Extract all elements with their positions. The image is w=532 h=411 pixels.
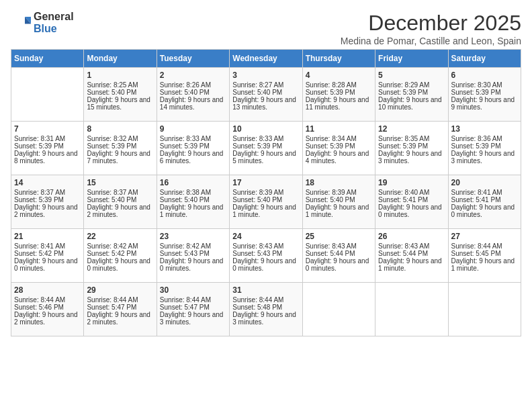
daylight-text: Daylight: 9 hours and 2 minutes.	[14, 203, 81, 218]
daylight-text: Daylight: 9 hours and 3 minutes.	[160, 311, 226, 326]
calendar-cell: 13Sunrise: 8:36 AMSunset: 5:39 PMDayligh…	[448, 122, 521, 175]
sunset-text: Sunset: 5:39 PM	[451, 142, 518, 150]
calendar-cell: 2Sunrise: 8:26 AMSunset: 5:40 PMDaylight…	[157, 68, 229, 122]
daylight-text: Daylight: 9 hours and 1 minute.	[232, 203, 299, 218]
sunset-text: Sunset: 5:39 PM	[14, 196, 81, 203]
daylight-text: Daylight: 9 hours and 10 minutes.	[378, 96, 445, 111]
sunset-text: Sunset: 5:40 PM	[232, 196, 299, 203]
daylight-text: Daylight: 9 hours and 1 minute.	[160, 203, 226, 218]
calendar-cell: 23Sunrise: 8:42 AMSunset: 5:43 PMDayligh…	[157, 229, 229, 283]
day-number: 24	[232, 232, 299, 241]
calendar-week-row: 1Sunrise: 8:25 AMSunset: 5:40 PMDaylight…	[11, 68, 521, 122]
sunrise-text: Sunrise: 8:33 AM	[160, 135, 226, 142]
daylight-text: Daylight: 9 hours and 3 minutes.	[232, 311, 299, 326]
calendar-cell: 28Sunrise: 8:44 AMSunset: 5:46 PMDayligh…	[11, 283, 84, 336]
calendar-cell	[448, 283, 521, 336]
page-header: General Blue December 2025 Medina de Pom…	[11, 11, 521, 46]
sunset-text: Sunset: 5:40 PM	[87, 196, 153, 203]
calendar-cell: 21Sunrise: 8:41 AMSunset: 5:42 PMDayligh…	[11, 229, 84, 283]
daylight-text: Daylight: 9 hours and 1 minute.	[378, 257, 445, 272]
calendar-cell: 1Sunrise: 8:25 AMSunset: 5:40 PMDaylight…	[84, 68, 157, 122]
day-number: 12	[378, 124, 445, 134]
calendar-cell: 11Sunrise: 8:34 AMSunset: 5:39 PMDayligh…	[302, 122, 375, 175]
day-number: 27	[451, 232, 518, 241]
logo: General Blue	[11, 11, 74, 34]
calendar-cell: 31Sunrise: 8:44 AMSunset: 5:48 PMDayligh…	[230, 283, 302, 336]
daylight-text: Daylight: 9 hours and 2 minutes.	[14, 311, 81, 326]
calendar-cell: 30Sunrise: 8:44 AMSunset: 5:47 PMDayligh…	[157, 283, 229, 336]
day-number: 31	[232, 285, 299, 295]
calendar-cell	[302, 283, 375, 336]
daylight-text: Daylight: 9 hours and 13 minutes.	[232, 96, 299, 111]
calendar-cell: 16Sunrise: 8:38 AMSunset: 5:40 PMDayligh…	[157, 175, 229, 229]
calendar-cell: 14Sunrise: 8:37 AMSunset: 5:39 PMDayligh…	[11, 175, 84, 229]
sunrise-text: Sunrise: 8:36 AM	[451, 135, 518, 142]
day-number: 17	[232, 178, 299, 187]
month-title: December 2025	[341, 11, 521, 36]
sunset-text: Sunset: 5:39 PM	[378, 89, 445, 96]
daylight-text: Daylight: 9 hours and 0 minutes.	[451, 203, 518, 218]
calendar-week-row: 21Sunrise: 8:41 AMSunset: 5:42 PMDayligh…	[11, 229, 521, 283]
daylight-text: Daylight: 9 hours and 4 minutes.	[306, 150, 372, 165]
calendar-cell: 12Sunrise: 8:35 AMSunset: 5:39 PMDayligh…	[375, 122, 448, 175]
day-number: 11	[306, 124, 372, 134]
sunrise-text: Sunrise: 8:37 AM	[14, 189, 81, 196]
calendar-week-row: 14Sunrise: 8:37 AMSunset: 5:39 PMDayligh…	[11, 175, 521, 229]
weekday-header-friday: Friday	[375, 50, 448, 68]
sunrise-text: Sunrise: 8:30 AM	[451, 81, 518, 89]
day-number: 29	[87, 285, 153, 295]
day-number: 21	[14, 232, 81, 241]
sunrise-text: Sunrise: 8:37 AM	[87, 189, 153, 196]
sunrise-text: Sunrise: 8:44 AM	[451, 242, 518, 250]
daylight-text: Daylight: 9 hours and 2 minutes.	[87, 203, 153, 218]
daylight-text: Daylight: 9 hours and 0 minutes.	[232, 257, 299, 272]
calendar-cell: 24Sunrise: 8:43 AMSunset: 5:43 PMDayligh…	[230, 229, 302, 283]
sunset-text: Sunset: 5:41 PM	[378, 196, 445, 203]
sunrise-text: Sunrise: 8:44 AM	[232, 296, 299, 304]
sunrise-text: Sunrise: 8:39 AM	[306, 189, 372, 196]
day-number: 20	[451, 178, 518, 187]
calendar-cell: 6Sunrise: 8:30 AMSunset: 5:39 PMDaylight…	[448, 68, 521, 122]
weekday-header-sunday: Sunday	[11, 50, 84, 68]
sunrise-text: Sunrise: 8:44 AM	[160, 296, 226, 304]
day-number: 5	[378, 71, 445, 80]
weekday-header-thursday: Thursday	[302, 50, 375, 68]
calendar-week-row: 7Sunrise: 8:31 AMSunset: 5:39 PMDaylight…	[11, 122, 521, 175]
sunset-text: Sunset: 5:43 PM	[232, 250, 299, 257]
calendar-cell: 8Sunrise: 8:32 AMSunset: 5:39 PMDaylight…	[84, 122, 157, 175]
sunrise-text: Sunrise: 8:40 AM	[378, 189, 445, 196]
weekday-header-row: SundayMondayTuesdayWednesdayThursdayFrid…	[11, 50, 521, 68]
sunset-text: Sunset: 5:47 PM	[160, 304, 226, 311]
logo-general-text: General	[34, 11, 74, 23]
calendar-cell: 19Sunrise: 8:40 AMSunset: 5:41 PMDayligh…	[375, 175, 448, 229]
calendar-cell: 9Sunrise: 8:33 AMSunset: 5:39 PMDaylight…	[157, 122, 229, 175]
day-number: 25	[306, 232, 372, 241]
daylight-text: Daylight: 9 hours and 14 minutes.	[160, 96, 226, 111]
day-number: 10	[232, 124, 299, 134]
day-number: 28	[14, 285, 81, 295]
sunset-text: Sunset: 5:40 PM	[160, 196, 226, 203]
sunrise-text: Sunrise: 8:42 AM	[160, 242, 226, 250]
day-number: 19	[378, 178, 445, 187]
day-number: 14	[14, 178, 81, 187]
calendar-cell	[11, 68, 84, 122]
weekday-header-monday: Monday	[84, 50, 157, 68]
calendar-cell: 26Sunrise: 8:43 AMSunset: 5:44 PMDayligh…	[375, 229, 448, 283]
sunset-text: Sunset: 5:39 PM	[451, 89, 518, 96]
sunrise-text: Sunrise: 8:43 AM	[306, 242, 372, 250]
day-number: 30	[160, 285, 226, 295]
sunrise-text: Sunrise: 8:38 AM	[160, 189, 226, 196]
calendar-cell: 7Sunrise: 8:31 AMSunset: 5:39 PMDaylight…	[11, 122, 84, 175]
sunrise-text: Sunrise: 8:41 AM	[14, 242, 81, 250]
sunset-text: Sunset: 5:44 PM	[378, 250, 445, 257]
daylight-text: Daylight: 9 hours and 9 minutes.	[451, 96, 518, 111]
calendar-cell: 5Sunrise: 8:29 AMSunset: 5:39 PMDaylight…	[375, 68, 448, 122]
daylight-text: Daylight: 9 hours and 1 minute.	[306, 203, 372, 218]
sunset-text: Sunset: 5:46 PM	[14, 304, 81, 311]
day-number: 6	[451, 71, 518, 80]
daylight-text: Daylight: 9 hours and 5 minutes.	[232, 150, 299, 165]
daylight-text: Daylight: 9 hours and 3 minutes.	[451, 150, 518, 165]
sunrise-text: Sunrise: 8:28 AM	[306, 81, 372, 89]
calendar-week-row: 28Sunrise: 8:44 AMSunset: 5:46 PMDayligh…	[11, 283, 521, 336]
weekday-header-wednesday: Wednesday	[230, 50, 302, 68]
